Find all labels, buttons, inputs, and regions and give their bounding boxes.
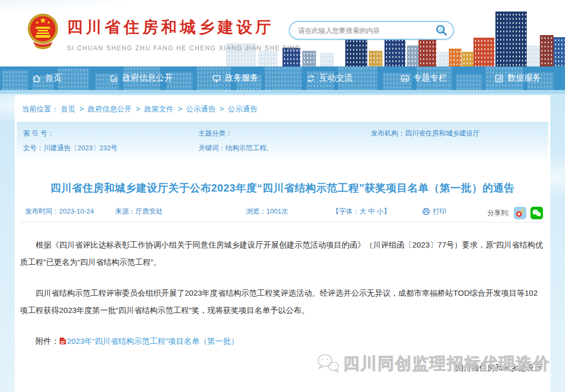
bar-chart-icon bbox=[495, 74, 503, 83]
building-silhouette bbox=[302, 51, 316, 66]
publish-time: 发布时间：2023-10-24 bbox=[25, 207, 94, 216]
article-source: 来源：厅质安处 bbox=[115, 207, 163, 216]
breadcrumb-link-notices-2[interactable]: 公示通告 bbox=[228, 105, 257, 113]
breadcrumb-label: 当前位置： bbox=[22, 105, 59, 113]
share-label: 分享到: bbox=[487, 208, 510, 218]
share-bar: 分享到: bbox=[487, 207, 543, 219]
nav-item-label: 政务服务 bbox=[225, 73, 258, 84]
building-silhouette bbox=[437, 52, 449, 66]
nav-item-home[interactable]: 首页 bbox=[0, 66, 94, 90]
document-meta: 索 引 号： 主题分类： 发布机构：四川省住房和城乡建设厅 文号：川建通告〔20… bbox=[17, 122, 548, 160]
breadcrumb-link-info-disclosure[interactable]: 政府信息公开 bbox=[88, 105, 132, 113]
meta-value: 四川省住房和城乡建设厅 bbox=[405, 129, 480, 137]
meta-label: 文号： bbox=[23, 144, 43, 152]
nav-item-gov-service[interactable]: 政务服务 bbox=[188, 66, 282, 90]
views-label: 浏览： bbox=[246, 207, 266, 215]
meta-topic-category: 主题分类： bbox=[198, 129, 371, 138]
nav-item-interaction[interactable]: 互动交流 bbox=[282, 66, 377, 90]
building-silhouette bbox=[540, 35, 553, 66]
nav-item-special-topics[interactable]: 专题专栏 bbox=[377, 66, 471, 90]
building-silhouette bbox=[495, 12, 527, 66]
building-silhouette bbox=[462, 52, 474, 66]
meta-label: 索 引 号： bbox=[23, 129, 54, 137]
nav-item-data-service[interactable]: 数据服务 bbox=[471, 66, 565, 90]
building-silhouette bbox=[320, 53, 334, 66]
source-value: 厅质安处 bbox=[135, 207, 163, 215]
monitor-icon bbox=[212, 74, 221, 83]
print-button[interactable]: 打印 bbox=[422, 207, 446, 216]
paragraph: 四川省结构示范工程评审委员会组织开展了2023年度省结构示范工程奖评选活动。经评… bbox=[20, 284, 545, 319]
meta-issuing-agency: 发布机构：四川省住房和城乡建设厅 bbox=[371, 129, 542, 138]
article-info-bar: 发布时间：2023-10-24 来源：厅质安处 浏览：1001次 【字体：大 中… bbox=[20, 204, 545, 222]
building-silhouette bbox=[526, 46, 540, 66]
building-silhouette bbox=[553, 37, 565, 66]
nav-item-label: 数据服务 bbox=[507, 73, 541, 84]
logo-block: 四川省住房和城乡建设厅 SI CHUAN SHENG ZHU FANG HE C… bbox=[26, 13, 301, 52]
meta-keywords: 关键词：结构示范工程, bbox=[198, 143, 371, 153]
meta-value: 结构示范工程, bbox=[225, 144, 268, 152]
attachment-label: 附件： bbox=[36, 337, 59, 345]
nav-item-label: 互动交流 bbox=[319, 73, 353, 84]
building-silhouette bbox=[419, 39, 436, 66]
building-silhouette bbox=[369, 51, 382, 66]
meta-label: 发布机构： bbox=[371, 129, 405, 137]
nav-item-info-disclosure[interactable]: 政府信息公开 bbox=[94, 66, 188, 90]
edit-square-icon bbox=[110, 74, 118, 83]
nav-bottom-strip bbox=[0, 90, 565, 94]
font-size-control[interactable]: 【字体：大 中 小】 bbox=[332, 207, 390, 216]
site-title: 四川省住房和城乡建设厅 bbox=[67, 17, 301, 38]
search-icon[interactable] bbox=[435, 24, 448, 37]
page: 四川省住房和城乡建设厅 SI CHUAN SHENG ZHU FANG HE C… bbox=[0, 0, 565, 392]
wechat-share-icon[interactable] bbox=[530, 207, 543, 219]
meta-label: 关键词： bbox=[198, 144, 225, 152]
article-title: 四川省住房和城乡建设厅关于公布2023年度“四川省结构示范工程”获奖项目名单（第… bbox=[27, 181, 538, 195]
breadcrumb-link-policy-docs[interactable]: 政策文件 bbox=[144, 105, 174, 113]
home-icon bbox=[32, 74, 41, 83]
source-label: 来源： bbox=[115, 207, 135, 215]
building-silhouette bbox=[258, 51, 277, 66]
pdf-icon bbox=[59, 337, 66, 345]
breadcrumb-separator: > bbox=[178, 105, 182, 113]
view-count: 浏览：1001次 bbox=[246, 207, 288, 216]
search-box bbox=[289, 21, 454, 40]
attachment-row: 附件： 2023年“四川省结构示范工程”项目名单（第一批） bbox=[20, 332, 545, 350]
search-input[interactable] bbox=[298, 27, 435, 35]
building-silhouette bbox=[473, 38, 494, 66]
weibo-share-icon[interactable] bbox=[514, 207, 526, 219]
article-body: 根据《四川省评比达标表彰工作协调小组关于同意住房城乡建设厅开展创建示范活动项目的… bbox=[20, 236, 545, 350]
building-silhouette bbox=[449, 49, 461, 66]
printer-icon bbox=[422, 208, 430, 215]
print-label: 打印 bbox=[433, 207, 446, 216]
paragraph: 根据《四川省评比达标表彰工作协调小组关于同意住房城乡建设厅开展创建示范活动项目的… bbox=[20, 236, 545, 271]
publish-time-label: 发布时间： bbox=[25, 207, 59, 215]
breadcrumb: 当前位置： 首页 > 政府信息公开 > 政策文件 > 公示通告 > 公示通告 bbox=[15, 95, 550, 114]
national-emblem-logo bbox=[26, 13, 60, 50]
breadcrumb-separator: > bbox=[80, 105, 84, 113]
main-nav: 首页 政府信息公开 政务服务 互动交流 bbox=[0, 66, 565, 90]
breadcrumb-separator: > bbox=[220, 105, 224, 113]
meta-doc-number: 文号：川建通告〔2023〕232号 bbox=[23, 143, 198, 153]
publish-time-value: 2023-10-24 bbox=[59, 207, 94, 215]
nav-item-label: 专题专栏 bbox=[413, 73, 447, 84]
site-subtitle: SI CHUAN SHENG ZHU FANG HE CHENG XIANG J… bbox=[67, 44, 301, 52]
picture-icon bbox=[401, 74, 409, 83]
nav-item-label: 政府信息公开 bbox=[122, 73, 173, 84]
nav-item-label: 首页 bbox=[45, 73, 62, 84]
breadcrumb-separator: > bbox=[136, 105, 140, 113]
breadcrumb-link-notices[interactable]: 公示通告 bbox=[186, 105, 216, 113]
meta-cell-empty bbox=[371, 143, 542, 153]
meta-label: 主题分类： bbox=[198, 129, 232, 137]
attachment-link[interactable]: 2023年“四川省结构示范工程”项目名单（第一批） bbox=[67, 337, 239, 345]
views-value: 1001次 bbox=[266, 207, 288, 215]
content-panel: 当前位置： 首页 > 政府信息公开 > 政策文件 > 公示通告 > 公示通告 索… bbox=[15, 95, 550, 392]
site-header: 四川省住房和城乡建设厅 SI CHUAN SHENG ZHU FANG HE C… bbox=[0, 0, 565, 66]
meta-value: 川建通告〔2023〕232号 bbox=[43, 144, 118, 152]
meta-index-number: 索 引 号： bbox=[23, 129, 198, 138]
signature: 四川省住房和城乡建设厅 bbox=[15, 363, 550, 373]
breadcrumb-link-home[interactable]: 首页 bbox=[61, 105, 75, 113]
cycle-arrows-icon bbox=[307, 74, 315, 83]
